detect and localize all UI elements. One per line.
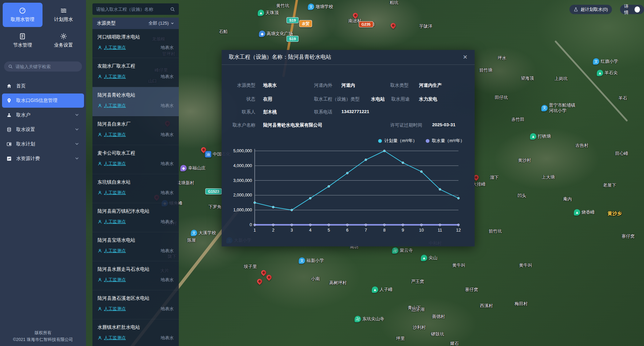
chevron-down-icon <box>74 141 80 148</box>
field-label: 状态 <box>222 96 255 102</box>
map-place-label: 望海顶 <box>521 76 534 81</box>
road-badge: S19 <box>286 17 299 23</box>
field-label: 取水类型 <box>390 82 409 88</box>
module-button-waves[interactable]: 计划用水 <box>44 3 84 27</box>
list-item[interactable]: 东坑镇自来水站人工监测点地表水 <box>92 174 179 203</box>
y-tick-label: 0 <box>250 222 252 227</box>
monitor-type-link[interactable]: 人工监测点 <box>97 190 126 196</box>
water-source-type: 地表水 <box>161 335 174 341</box>
list-item[interactable]: 水唇镇水栏肚水电站人工监测点地表水 <box>92 319 179 346</box>
monitor-type-link[interactable]: 人工监测点 <box>97 277 126 283</box>
map-poi-temple[interactable]: 卍聚云寺 <box>392 247 413 254</box>
filter-dropdown[interactable]: 全部 (125) <box>148 20 174 26</box>
legend-label: 取水量（m³/年） <box>432 138 465 144</box>
map-place-label: 赤竹田 <box>511 117 525 122</box>
person-icon <box>97 307 102 311</box>
sidebar-search[interactable] <box>4 61 82 72</box>
copyright-line2: ©2021 珠海市仁智科技有限公司 <box>0 336 86 343</box>
map-poi-school[interactable]: 文福新小学 <box>299 258 324 264</box>
field-label: 河道内外 <box>314 82 332 88</box>
map-place-label: 溜下 <box>490 175 499 180</box>
map-poi-mtn[interactable]: ▲人子嶂 <box>372 287 393 293</box>
monitor-type-link[interactable]: 人工监测点 <box>97 248 126 254</box>
sidebar-item-home[interactable]: 首页 <box>2 79 84 93</box>
x-tick-label: 10 <box>419 228 424 233</box>
module-button-doc[interactable]: 节水管理 <box>3 28 43 53</box>
detail-toggle[interactable]: 详情 <box>620 5 644 14</box>
module-button-gauge[interactable]: 取用水管理 <box>3 3 43 27</box>
toggle-knob[interactable] <box>635 6 640 12</box>
legend-item[interactable]: 计划量（m³/年） <box>378 138 417 144</box>
monitor-type-link[interactable]: 人工监测点 <box>97 103 126 109</box>
facility-meta: 人工监测点地表水 <box>97 335 174 341</box>
monitor-type-link[interactable]: 人工监测点 <box>97 132 126 138</box>
map-poi-school[interactable]: 文红旗小学 <box>593 58 618 65</box>
detail-label: 详情 <box>624 3 632 16</box>
field-value: 2025-03-31 <box>432 122 455 127</box>
field-value: 水力发电 <box>419 96 437 102</box>
map-pin-icon[interactable] <box>390 22 397 29</box>
sidebar-item-chart[interactable]: 水资源计费 <box>2 152 84 166</box>
map-poi-school[interactable]: 文普宁市船埔镇 河坑小学 <box>541 103 576 114</box>
data-point <box>365 224 367 226</box>
map-place-label: 高树坪村 <box>329 280 347 286</box>
monitor-label: 人工监测点 <box>104 45 126 51</box>
sidebar-item-db[interactable]: 取水设置 <box>2 123 84 137</box>
list-item[interactable]: 友能水厂取水工程人工监测点地表水 <box>92 58 179 87</box>
module-button-gear[interactable]: 业务设置 <box>44 28 84 53</box>
monitor-type-link[interactable]: 人工监测点 <box>97 306 126 312</box>
map-place-label: 青山下 <box>408 305 421 311</box>
facility-search[interactable] <box>92 3 179 15</box>
purple-poi-icon: ◆ <box>180 165 187 171</box>
facility-search-input[interactable] <box>96 7 167 12</box>
map-poi-mtn[interactable]: ▲打铁塘 <box>530 133 551 140</box>
map-place-label: 箭竹塘 <box>479 68 493 73</box>
gas-poi-icon: 油 <box>205 151 212 158</box>
facility-meta: 人工监测点地表水 <box>97 190 174 196</box>
filter-label: 水源类型 <box>97 20 116 26</box>
monitor-type-link[interactable]: 人工监测点 <box>97 219 126 225</box>
monitor-type-link[interactable]: 人工监测点 <box>97 45 126 51</box>
map-poi-school[interactable]: 文墩塘学校 <box>308 4 333 10</box>
list-item[interactable]: 陆河县宝塔水电站人工监测点地表水 <box>92 232 179 261</box>
list-item[interactable]: 河口镇唱歌潭水电站人工监测点地表水 <box>92 29 179 58</box>
list-item[interactable]: 陆河县南万镇杞洋水电站人工监测点地表水 <box>92 203 179 232</box>
list-item[interactable]: 麦卡公司取水工程人工监测点地表水 <box>92 145 179 174</box>
map-pin-icon[interactable] <box>256 278 263 285</box>
map-poi-mtn[interactable]: ▲烧香嶂 <box>574 209 595 216</box>
map-pin-icon[interactable] <box>265 274 273 281</box>
db-icon <box>6 127 12 132</box>
map-poi-mtn[interactable]: ▲天珠顶 <box>258 10 279 16</box>
module-label: 取用水管理 <box>11 17 34 23</box>
monitor-type-link[interactable]: 人工监测点 <box>97 74 126 80</box>
map-pin-icon[interactable] <box>260 269 267 276</box>
legend-item[interactable]: 取水量（m³/年） <box>426 138 465 144</box>
data-point <box>439 224 441 226</box>
facility-name: 陆河县宝塔水电站 <box>97 237 174 243</box>
sidebar-item-pin[interactable]: 取水口GIS信息管理 <box>2 94 84 108</box>
road-badge: G235 <box>359 21 373 27</box>
map-poi-purple[interactable]: ◆幸福山庄 <box>180 165 206 171</box>
monitor-type-link[interactable]: 人工监测点 <box>97 335 126 341</box>
chart-legend: 计划量（m³/年）取水量（m³/年） <box>378 138 465 144</box>
sidebar-item-card[interactable]: 取水计划 <box>2 137 84 151</box>
close-icon[interactable]: ✕ <box>463 54 468 61</box>
map-poi-temple[interactable]: 卍东坑尖山寺 <box>355 316 384 322</box>
line-chart: 01,000,0002,000,0003,000,0004,000,0005,0… <box>230 145 467 240</box>
map-poi-school[interactable]: 文大溪学校 <box>191 230 216 236</box>
over-plan-button[interactable]: 超计划取水(0) <box>569 5 612 14</box>
sidebar-search-input[interactable] <box>16 64 78 69</box>
map-place-label: 梅田村 <box>515 301 528 307</box>
list-item[interactable]: 陆河县青砼水电站人工监测点地表水 <box>92 87 179 116</box>
list-item[interactable]: 陆河县激石溪老区水电站人工监测点地表水 <box>92 290 179 319</box>
list-item[interactable]: 陆河县水唇走马石水电站人工监测点地表水 <box>92 261 179 290</box>
search-icon[interactable] <box>170 7 175 12</box>
map-place-label: 黄沙乡 <box>608 211 622 217</box>
gauge-icon <box>19 7 26 14</box>
sidebar-item-user[interactable]: 取水户 <box>2 108 84 122</box>
map-poi-mtn[interactable]: ▲尖山 <box>421 255 438 261</box>
monitor-type-link[interactable]: 人工监测点 <box>97 161 126 167</box>
map-poi-mtn[interactable]: ▲羊石尖 <box>597 70 618 76</box>
list-item[interactable]: 陆河县自来水厂人工监测点地表水 <box>92 116 179 145</box>
map-poi-label: 红旗小学 <box>601 59 618 64</box>
